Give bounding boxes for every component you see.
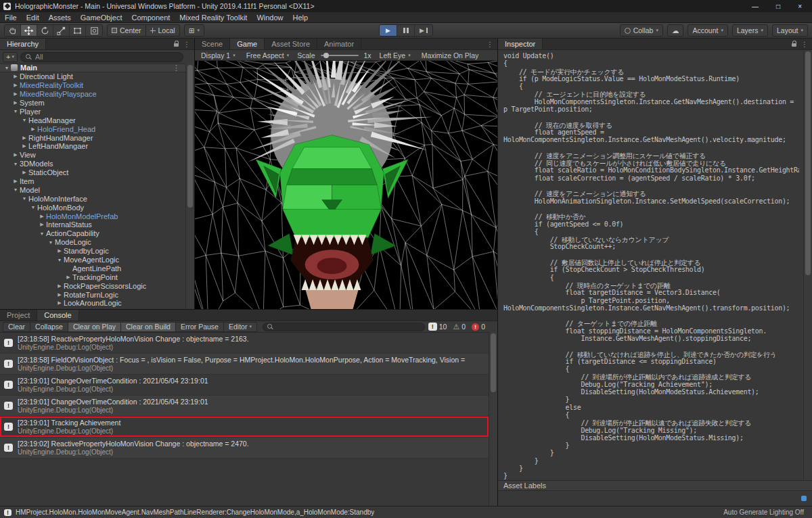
tree-arrow-icon[interactable]: ▶ <box>20 135 28 141</box>
hierarchy-item[interactable]: ▶RockPaperScissorsLogic <box>0 281 185 290</box>
pause-button[interactable] <box>397 25 415 36</box>
kebab-icon[interactable]: ⋮ <box>801 41 808 48</box>
tree-arrow-icon[interactable]: ▼ <box>55 258 64 262</box>
hierarchy-item[interactable]: ▶LookAroundLogic <box>0 299 185 308</box>
menu-item-assets[interactable]: Assets <box>44 12 76 23</box>
console-entry[interactable]: [23:19:01] Tracking AchievementUnityEngi… <box>0 417 489 438</box>
hierarchy-scrollbar[interactable] <box>185 64 194 309</box>
maximize-on-play-toggle[interactable]: Maximize On Play <box>419 51 482 60</box>
kebab-icon[interactable]: ⋮ <box>183 41 190 48</box>
transform-tool-button[interactable] <box>86 25 102 36</box>
editor-dropdown[interactable]: Editor▾ <box>224 322 257 332</box>
tab-animator[interactable]: Animator <box>317 39 361 49</box>
hierarchy-item[interactable]: ▶LeftHandMangaer <box>0 142 185 151</box>
grid-snap-button[interactable]: ⊞▾ <box>184 24 204 37</box>
close-button[interactable]: × <box>798 3 802 10</box>
hierarchy-item[interactable]: ▶SitDownLogic <box>0 308 185 309</box>
tab-game[interactable]: Game <box>230 39 265 49</box>
tree-arrow-icon[interactable]: ▼ <box>12 187 20 192</box>
pivot-toggle-button[interactable]: Center <box>107 24 146 37</box>
hierarchy-item[interactable]: ▼MoveAgentLogic <box>0 256 185 264</box>
tab-asset-store[interactable]: Asset Store <box>265 39 317 49</box>
hierarchy-item[interactable]: ▶RightHandManager <box>0 133 185 142</box>
console-search-input[interactable] <box>263 323 425 331</box>
hierarchy-item[interactable]: ▼ActionCapability <box>0 229 185 238</box>
status-bar[interactable]: HMProject.HoloMon.HoloMonMoveAgent.NavMe… <box>0 506 812 518</box>
tree-arrow-icon[interactable]: ▼ <box>47 240 55 245</box>
console-button-clear[interactable]: Clear <box>3 322 30 332</box>
scale-slider-knob[interactable] <box>323 53 329 58</box>
console-entry[interactable]: [23:18:58] ReactivePropertyHoloMonVision… <box>0 333 489 354</box>
hierarchy-search-input[interactable]: All <box>20 52 183 62</box>
tree-arrow-icon[interactable]: ▶ <box>12 74 20 79</box>
console-entry[interactable]: [23:19:01] ChangeOverTimeCondition : 202… <box>0 375 489 396</box>
tab-console[interactable]: Console <box>37 310 78 321</box>
hierarchy-item[interactable]: ▼HoloMonInterface <box>0 194 185 203</box>
info-count-badge[interactable]: 10 <box>428 323 447 331</box>
hierarchy-item[interactable]: ▶MixedRealityToolkit <box>0 81 185 90</box>
hierarchy-item[interactable]: ▼HoloMonBody <box>0 203 185 212</box>
tab-hierarchy[interactable]: Hierarchy <box>0 39 46 49</box>
hierarchy-item[interactable]: ▼3DModels <box>0 160 185 168</box>
tree-arrow-icon[interactable]: ▶ <box>55 283 64 289</box>
menu-item-gameobject[interactable]: GameObject <box>76 12 127 23</box>
kebab-icon[interactable]: ⋮ <box>487 41 493 48</box>
tree-arrow-icon[interactable]: ▶ <box>20 170 28 175</box>
tree-arrow-icon[interactable]: ▶ <box>38 214 46 219</box>
kebab-icon[interactable]: ⋮ <box>173 64 185 72</box>
hierarchy-item[interactable]: ▶TrackingPoint <box>0 273 185 281</box>
hierarchy-item[interactable]: ▶InternalStatus <box>0 220 185 229</box>
tab-project[interactable]: Project <box>0 310 37 321</box>
aspect-dropdown[interactable]: Free Aspect▾ <box>244 51 292 60</box>
hierarchy-item[interactable]: ▼Player <box>0 107 185 116</box>
tree-arrow-icon[interactable]: ▶ <box>55 248 64 254</box>
cloud-button[interactable]: ☁ <box>667 24 684 37</box>
hierarchy-item[interactable]: ▼ModeLogic <box>0 238 185 247</box>
lock-icon[interactable] <box>174 43 179 47</box>
hierarchy-item[interactable]: ▼Model <box>0 185 185 194</box>
hierarchy-item[interactable]: ▼HeadManager <box>0 116 185 124</box>
hierarchy-item[interactable]: ▶StandbyLogic <box>0 247 185 256</box>
tree-arrow-icon[interactable]: ▼ <box>20 118 28 122</box>
console-button-clear-on-build[interactable]: Clear on Build <box>121 322 176 332</box>
tree-arrow-icon[interactable]: ▼ <box>29 205 37 210</box>
console-entry[interactable]: [23:19:02] ReactivePropertyHoloMonVision… <box>0 438 489 458</box>
hierarchy-item[interactable]: ▶Directional Light <box>0 72 185 81</box>
layers-button[interactable]: Layers▾ <box>732 24 768 37</box>
console-button-collapse[interactable]: Collapse <box>30 322 68 332</box>
title-bar[interactable]: HolographicMonster - Main - Universal Wi… <box>0 0 812 12</box>
create-menu-button[interactable]: +▾ <box>3 52 18 62</box>
console-entry[interactable]: [23:18:58] FieldOfVisionObject : Focus =… <box>0 354 489 375</box>
eye-dropdown[interactable]: Left Eye▾ <box>377 51 413 60</box>
menu-item-window[interactable]: Window <box>252 12 288 23</box>
hierarchy-item[interactable]: ▶StaticObject <box>0 168 185 177</box>
tree-arrow-icon[interactable]: ▶ <box>20 143 28 149</box>
menu-item-mixed-reality-toolkit[interactable]: Mixed Reality Toolkit <box>175 12 252 23</box>
hierarchy-item[interactable]: ▶Item <box>0 177 185 186</box>
tree-arrow-icon[interactable]: ▶ <box>29 126 37 132</box>
tree-arrow-icon[interactable]: ▼ <box>3 66 11 70</box>
tree-arrow-icon[interactable]: ▶ <box>12 100 20 105</box>
tree-arrow-icon[interactable]: ▶ <box>64 275 72 280</box>
play-button[interactable]: ▶ <box>380 25 397 36</box>
menu-item-edit[interactable]: Edit <box>22 12 44 23</box>
console-scrollbar[interactable] <box>489 332 497 506</box>
tree-arrow-icon[interactable]: ▶ <box>12 152 20 158</box>
hierarchy-item[interactable]: ▶System <box>0 99 185 108</box>
scale-slider[interactable] <box>321 55 359 56</box>
console-button-clear-on-play[interactable]: Clear on Play <box>68 322 121 332</box>
rotate-tool-button[interactable] <box>37 25 53 36</box>
minimize-button[interactable]: — <box>752 3 759 10</box>
step-button[interactable]: ▶ <box>415 25 432 36</box>
menu-item-component[interactable]: Component <box>127 12 175 23</box>
account-button[interactable]: Account▾ <box>687 24 727 37</box>
menu-item-file[interactable]: File <box>0 12 22 23</box>
hierarchy-item[interactable]: ▶HoloFriend_Head <box>0 124 185 133</box>
console-button-error-pause[interactable]: Error Pause <box>176 322 224 332</box>
tree-arrow-icon[interactable]: ▶ <box>12 83 20 88</box>
hierarchy-item[interactable]: ▶MixedRealityPlayspace <box>0 90 185 99</box>
tree-arrow-icon[interactable]: ▶ <box>55 300 64 306</box>
tree-arrow-icon[interactable]: ▼ <box>12 162 20 166</box>
lock-icon[interactable] <box>792 43 796 47</box>
warning-count-badge[interactable]: ⚠0 <box>453 323 466 331</box>
